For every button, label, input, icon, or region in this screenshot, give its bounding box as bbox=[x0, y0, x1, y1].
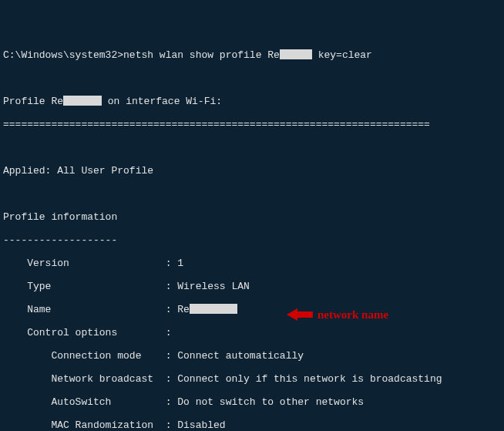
redacted-block bbox=[63, 96, 102, 106]
row-version: Version : 1 bbox=[3, 258, 501, 269]
annotation-text: network name bbox=[318, 309, 388, 321]
applied-line: Applied: All User Profile bbox=[3, 165, 501, 177]
redacted-block bbox=[280, 49, 312, 59]
annotation-password: password bbox=[297, 413, 375, 431]
separator: ========================================… bbox=[3, 119, 501, 130]
row-autoswitch: AutoSwitch : Do not switch to other netw… bbox=[3, 396, 501, 408]
row-name: Name : Re bbox=[3, 304, 501, 315]
cmd-suffix: key=clear bbox=[312, 49, 372, 61]
arrow-icon bbox=[287, 285, 313, 344]
annotation-ssid: network name bbox=[287, 285, 388, 344]
row-mac: MAC Randomization : Disabled bbox=[3, 419, 501, 431]
blank-line bbox=[3, 188, 501, 200]
row-control-options: Control options : bbox=[3, 327, 501, 338]
section-title: Profile information bbox=[3, 211, 501, 223]
command-line: C:\Windows\system32>netsh wlan show prof… bbox=[3, 49, 501, 61]
prompt-path: C:\Windows\system32> bbox=[3, 49, 123, 61]
blank-line bbox=[3, 142, 501, 153]
redacted-block bbox=[190, 304, 237, 314]
row-broadcast: Network broadcast : Connect only if this… bbox=[3, 373, 501, 385]
row-type: Type : Wireless LAN bbox=[3, 281, 501, 292]
svg-marker-0 bbox=[287, 308, 313, 321]
row-conn-mode: Connection mode : Connect automatically bbox=[3, 350, 501, 362]
profile-header: Profile Re on interface Wi-Fi: bbox=[3, 96, 501, 107]
cmd-prefix: netsh wlan show profile Re bbox=[123, 49, 280, 61]
section-dash: ------------------- bbox=[3, 234, 501, 246]
arrow-icon bbox=[297, 413, 324, 431]
blank-line bbox=[3, 72, 501, 84]
